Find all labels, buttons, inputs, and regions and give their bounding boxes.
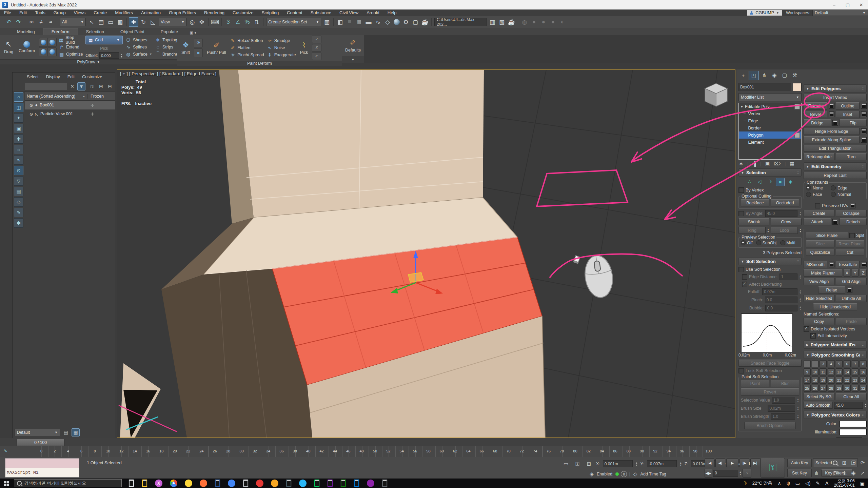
relax-soften-tool[interactable]: ✎Relax/ Soften xyxy=(230,38,264,44)
smoothing-group-13[interactable]: 13 xyxy=(836,368,843,375)
mini-curve-editor-icon[interactable]: ∿ xyxy=(3,448,8,454)
stack-item-polygon[interactable]: Polygon xyxy=(739,131,801,139)
conform-move-tool[interactable] xyxy=(39,38,48,47)
display-filter-icon-5[interactable]: ≈ xyxy=(14,145,23,154)
key-mode-toggle-icon[interactable]: ◀▶ xyxy=(705,469,712,477)
taskbar-app-icon-14[interactable]: N xyxy=(314,479,320,487)
listener-macro-row[interactable] xyxy=(5,459,79,468)
time-slider[interactable]: 0 / 100 xyxy=(0,438,868,446)
brush-strength-field[interactable]: 1.0 xyxy=(771,413,795,420)
perspective-viewport[interactable]: [ + ] [ Perspective ] [ Standard ] [ Edg… xyxy=(117,69,735,438)
smoothing-group-15[interactable]: 15 xyxy=(852,368,859,375)
brush-size-field[interactable]: 0.02m xyxy=(768,405,795,412)
set-keys-button[interactable]: ⚿ xyxy=(761,458,785,477)
collapse-hierarchy-icon[interactable]: ⊟ xyxy=(106,83,114,90)
extrude-along-spline-button[interactable]: Extrude Along Spline xyxy=(804,136,860,143)
edit-geometry-rollout-header[interactable]: ▼Edit Geometry∷ xyxy=(804,162,867,170)
explorer-menu-select[interactable]: Select xyxy=(23,75,42,79)
explorer-search-input[interactable] xyxy=(25,83,67,90)
action-center-icon[interactable]: ▣ xyxy=(860,481,865,486)
display-filter-icon-3[interactable]: ▣ xyxy=(14,124,23,133)
vertex-color-swatch[interactable] xyxy=(840,421,867,427)
rectangular-selection-region-icon[interactable]: ▭ xyxy=(106,18,115,26)
display-filter-icon-6[interactable]: ∿ xyxy=(14,155,23,165)
smoothing-group-10[interactable]: 10 xyxy=(812,368,819,375)
repeat-last-button[interactable]: Repeat Last xyxy=(804,172,867,179)
curve-editor-icon[interactable]: ∿ xyxy=(374,18,382,26)
taskbar-app-icon-2[interactable] xyxy=(142,479,147,487)
angle-snap-icon[interactable]: ∠ xyxy=(233,18,242,26)
relax-settings-icon[interactable] xyxy=(847,287,852,293)
polydraw-panel-footer[interactable]: PolyDraw▼ xyxy=(0,59,177,64)
attach-button[interactable]: Attach xyxy=(804,218,831,225)
state-b-icon[interactable]: ● xyxy=(539,18,548,26)
named-selection-set-dropdown[interactable]: Create Selection Set▼ xyxy=(266,18,321,26)
clear-all-button[interactable]: Clear All xyxy=(836,393,867,400)
tab-modeling[interactable]: Modeling xyxy=(9,28,43,35)
pin-stack-icon[interactable]: ∗ xyxy=(739,161,743,166)
current-frame-field[interactable]: 0 xyxy=(713,470,738,477)
smoothing-group-29[interactable]: 29 xyxy=(836,385,843,392)
scene-converter-icon[interactable]: ▧ xyxy=(497,18,506,26)
defaults-tool[interactable]: ✐Defaults xyxy=(344,38,362,53)
weather-icon[interactable]: ☽ xyxy=(742,480,747,487)
smoothing-group-14[interactable]: 14 xyxy=(844,368,851,375)
smoothing-group-2[interactable]: 2 xyxy=(812,360,819,367)
taskbar-app-icon-6[interactable] xyxy=(200,480,207,487)
taskbar-app-icon-9[interactable] xyxy=(243,479,249,487)
smoothing-group-27[interactable]: 27 xyxy=(820,385,827,392)
taskbar-app-icon-18[interactable] xyxy=(367,480,374,487)
smoothing-group-19[interactable]: 19 xyxy=(820,377,827,384)
shrink-button[interactable]: Shrink xyxy=(738,218,769,225)
inset-settings-icon[interactable] xyxy=(861,111,867,117)
exaggerate-tool[interactable]: ⇞Exaggerate xyxy=(267,52,296,58)
menu-arnold[interactable]: Arnold xyxy=(362,9,383,16)
commit-button[interactable]: ✓ xyxy=(312,36,321,43)
layer-manager-icon[interactable]: ≣ xyxy=(355,18,363,26)
next-frame-button[interactable]: |▶ xyxy=(739,459,749,467)
defaults-panel-footer[interactable]: ▼ xyxy=(342,56,364,63)
maximize-viewport-icon[interactable]: ↗ xyxy=(858,469,867,477)
smoothing-group-7[interactable]: 7 xyxy=(852,360,859,367)
ime-indicator[interactable]: A xyxy=(825,481,828,486)
x-coordinate-field[interactable]: 0.001m xyxy=(603,460,633,467)
rotate-deform-tool[interactable]: ⟳ xyxy=(194,39,203,47)
name-column-header[interactable]: Name (Sorted Ascending)▲ xyxy=(25,94,87,99)
outline-settings-icon[interactable] xyxy=(861,103,867,109)
volume-icon[interactable]: ◁) xyxy=(805,481,810,486)
retriangulate-button[interactable]: Retriangulate xyxy=(804,153,834,160)
falloff-field[interactable]: 0.02m xyxy=(762,288,797,295)
snap-toggle-3d-icon[interactable]: 3 xyxy=(224,18,233,26)
affect-backfacing-checkbox[interactable] xyxy=(742,282,747,287)
object-name-field[interactable]: Box001 xyxy=(738,83,791,91)
pick-deform-tool[interactable]: ⌇Pick xyxy=(299,41,310,55)
ribbon-toggle-icon[interactable]: ▬ xyxy=(364,18,373,26)
menu-file[interactable]: File xyxy=(0,9,15,16)
tab-selection[interactable]: Selection xyxy=(78,28,112,35)
illumination-color-swatch[interactable] xyxy=(840,429,867,435)
percent-snap-icon[interactable]: % xyxy=(243,18,252,26)
pen-icon[interactable]: ✎ xyxy=(816,481,820,486)
explorer-layout-icon[interactable]: ▦ xyxy=(72,428,80,436)
track-bar[interactable]: ∿ 02468101214161820222426283032343638404… xyxy=(0,446,868,458)
y-coordinate-field[interactable]: -0.007m xyxy=(647,460,677,467)
constraint-edge-radio[interactable] xyxy=(831,185,836,190)
orbit-icon[interactable]: ◉ xyxy=(849,469,858,477)
taskbar-app-icon-13[interactable] xyxy=(299,480,307,487)
hierarchy-panel-tab[interactable]: ⋔ xyxy=(760,71,769,80)
select-and-manipulate-icon[interactable]: ✜ xyxy=(197,18,206,26)
offset-field[interactable]: 0.000 xyxy=(99,52,119,59)
smoothing-group-3[interactable]: 3 xyxy=(820,360,827,367)
taskbar-app-icon-7[interactable]: W xyxy=(215,479,220,487)
state-c-icon[interactable]: ● xyxy=(549,18,557,26)
select-and-link-icon[interactable]: ∞ xyxy=(27,18,36,26)
smoothing-group-16[interactable]: 16 xyxy=(860,368,867,375)
selection-filter-dropdown[interactable]: All▼ xyxy=(60,18,86,26)
spinner-snap-icon[interactable]: ⇅ xyxy=(252,18,261,26)
create-panel-tab[interactable]: + xyxy=(738,71,748,80)
by-vertex-checkbox[interactable] xyxy=(738,187,744,193)
display-filter-icon-7[interactable]: ⊙ xyxy=(14,166,23,175)
time-configuration-icon[interactable]: ◔ xyxy=(743,469,751,477)
smoothing-group-17[interactable]: 17 xyxy=(804,377,811,384)
inset-button[interactable]: Inset xyxy=(836,111,860,118)
